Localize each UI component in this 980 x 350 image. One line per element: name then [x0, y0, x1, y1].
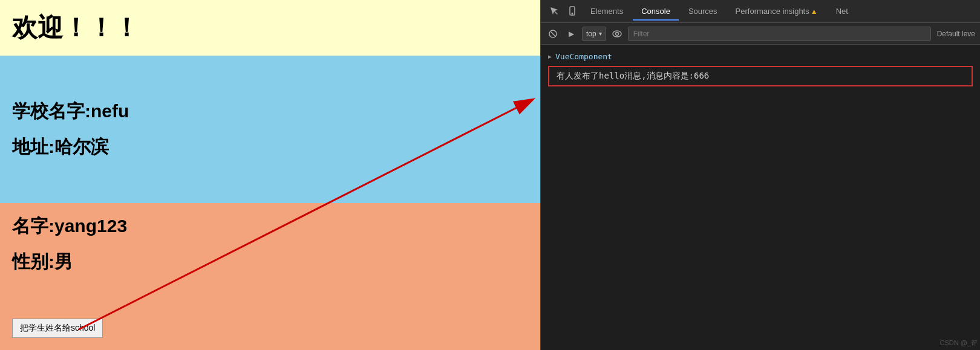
- tab-console[interactable]: Console: [633, 3, 679, 21]
- student-name: 名字:yang123: [12, 214, 528, 239]
- browser-page: 欢迎！！！ 学校名字:nefu 地址:哈尔滨 名字:yang123 性别:男 把…: [0, 0, 540, 350]
- top-label: top: [586, 30, 596, 38]
- tab-network[interactable]: Net: [828, 3, 857, 21]
- performance-warning-icon: ▲: [811, 7, 818, 16]
- filter-input[interactable]: [628, 27, 931, 41]
- vue-component-label: VueComponent: [555, 52, 612, 61]
- school-address: 地址:哈尔滨: [12, 135, 528, 160]
- svg-point-3: [572, 13, 572, 14]
- send-to-school-button[interactable]: 把学生姓名给school: [12, 319, 103, 338]
- tab-elements[interactable]: Elements: [582, 3, 632, 21]
- play-icon[interactable]: ▶: [564, 27, 578, 41]
- devtools-tab-bar: Elements Console Sources Performance ins…: [541, 0, 980, 23]
- eye-icon[interactable]: [610, 27, 624, 41]
- default-level-label: Default leve: [937, 30, 975, 38]
- console-content: ▶ VueComponent 有人发布了hello消息,消息内容是:666: [541, 45, 980, 350]
- console-message-text: 有人发布了hello消息,消息内容是:666: [557, 71, 709, 80]
- welcome-title: 欢迎！！！: [12, 11, 528, 45]
- device-toggle-icon[interactable]: [564, 2, 581, 19]
- console-toolbar: ▶ top ▾ Default leve: [541, 23, 980, 45]
- inspect-element-icon[interactable]: [546, 2, 563, 19]
- svg-point-7: [615, 32, 618, 35]
- expand-icon: ▶: [548, 53, 552, 60]
- student-section: 名字:yang123 性别:男 把学生姓名给school: [0, 203, 540, 351]
- devtools-panel: Elements Console Sources Performance ins…: [540, 0, 980, 350]
- welcome-section: 欢迎！！！: [0, 0, 540, 56]
- tab-performance[interactable]: Performance insights▲: [727, 3, 826, 21]
- vue-component-row[interactable]: ▶ VueComponent: [541, 50, 980, 63]
- clear-console-icon[interactable]: [546, 27, 560, 41]
- school-name: 学校名字:nefu: [12, 99, 528, 124]
- svg-point-6: [613, 31, 621, 37]
- context-dropdown[interactable]: top ▾: [582, 27, 606, 41]
- student-gender: 性别:男: [12, 250, 528, 274]
- school-section: 学校名字:nefu 地址:哈尔滨: [0, 56, 540, 203]
- csdn-watermark: CSDN @_评: [939, 339, 978, 348]
- chevron-down-icon: ▾: [599, 30, 602, 37]
- svg-line-5: [551, 32, 555, 36]
- console-message-box: 有人发布了hello消息,消息内容是:666: [548, 66, 973, 86]
- tab-sources[interactable]: Sources: [680, 3, 726, 21]
